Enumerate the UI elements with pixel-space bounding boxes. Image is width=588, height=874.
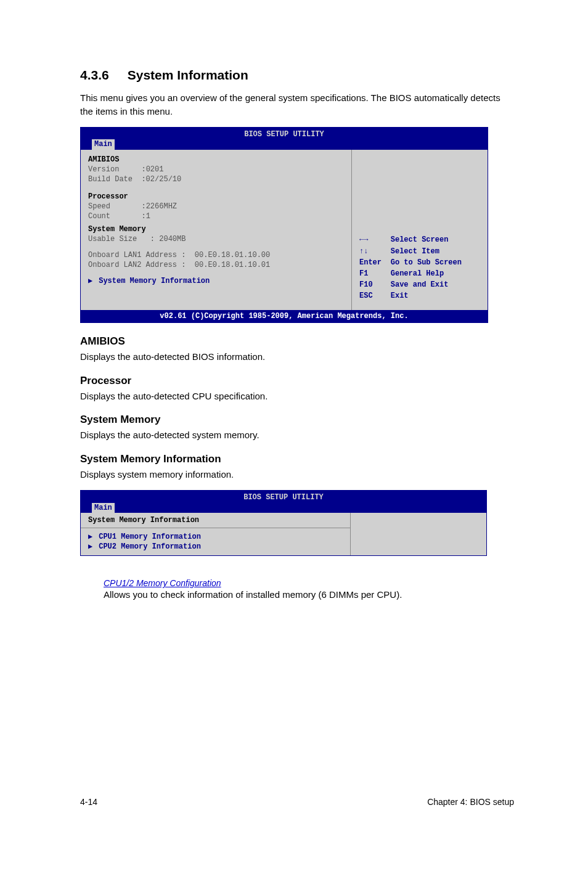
- processor-subheading: Processor: [80, 375, 514, 387]
- lan1-label: Onboard LAN1 Address :: [88, 251, 186, 259]
- build-value: :02/25/10: [141, 175, 181, 184]
- cpu-memory-config-link[interactable]: CPU1/2 Memory Configuration: [104, 578, 514, 588]
- processor-text: Displays the auto-detected CPU specifica…: [80, 390, 514, 403]
- build-label: Build Date: [88, 175, 133, 184]
- cpu2-label: CPU2 Memory Information: [99, 542, 201, 551]
- bios2-title-bar: BIOS SETUP UTILITY Main: [81, 491, 486, 513]
- sysmem-text: Displays the auto-detected system memory…: [80, 428, 514, 442]
- submenu-system-memory-info: ▶ System Memory Information: [88, 276, 344, 286]
- speed-label: Speed: [88, 202, 110, 211]
- bios-title-bar: BIOS SETUP UTILITY Main: [81, 128, 488, 150]
- help-f1-key: F1: [359, 269, 390, 279]
- help-f1: General Help: [391, 269, 480, 279]
- version-value: :0201: [141, 165, 163, 174]
- sysmem-heading: System Memory: [88, 225, 146, 234]
- help-f10: Save and Exit: [391, 280, 480, 290]
- section-title-text: System Information: [128, 68, 248, 82]
- speed-value: :2266MHZ: [141, 202, 177, 211]
- bios-main-tab: Main: [92, 139, 115, 149]
- help-selectscreen-key: ←→: [359, 235, 390, 245]
- bios2-title: BIOS SETUP UTILITY: [81, 492, 486, 502]
- processor-heading: Processor: [88, 192, 128, 201]
- bios-left-pane: AMIBIOS Version :0201 Build Date :02/25/…: [81, 150, 352, 310]
- help-esc: Exit: [391, 291, 480, 301]
- page-number: 4-14: [80, 797, 97, 807]
- bios-help-pane: ←→Select Screen ↑↓Select Item EnterGo to…: [352, 150, 488, 310]
- help-selectscreen: Select Screen: [391, 235, 480, 245]
- bios-screenshot-sysmeminfo: BIOS SETUP UTILITY Main System Memory In…: [80, 490, 487, 557]
- submenu-label: System Memory Information: [99, 277, 210, 285]
- help-f10-key: F10: [359, 280, 390, 290]
- usable-label: Usable Size: [88, 235, 137, 243]
- version-label: Version: [88, 165, 119, 174]
- lan2-value: 00.E0.18.01.10.01: [195, 261, 270, 269]
- cpu1-label: CPU1 Memory Information: [99, 533, 201, 541]
- section-intro: This menu gives you an overview of the g…: [80, 91, 514, 118]
- help-enter-key: Enter: [359, 258, 390, 268]
- lan1-value: 00.E0.18.01.10.00: [195, 251, 270, 259]
- lan2-label: Onboard LAN2 Address :: [88, 261, 186, 269]
- bios-screenshot-main: BIOS SETUP UTILITY Main AMIBIOS Version …: [80, 127, 488, 323]
- amibios-subheading: AMIBIOS: [80, 335, 514, 348]
- help-selectitem: Select Item: [391, 247, 480, 256]
- cpu-memory-config-desc: Allows you to check information of insta…: [104, 589, 514, 600]
- usable-value: : 2040MB: [150, 235, 186, 243]
- bios2-heading: System Memory Information: [81, 513, 350, 528]
- bios-title: BIOS SETUP UTILITY: [81, 129, 488, 139]
- help-selectitem-key: ↑↓: [359, 247, 390, 256]
- section-number: 4.3.6: [80, 68, 109, 83]
- help-enter: Go to Sub Screen: [391, 258, 480, 268]
- count-value: :1: [141, 212, 150, 221]
- section-heading: 4.3.6System Information: [80, 68, 514, 83]
- sysmem-subheading: System Memory: [80, 414, 514, 426]
- help-esc-key: ESC: [359, 291, 390, 301]
- chapter-label: Chapter 4: BIOS setup: [427, 797, 514, 807]
- sysmeminfo-subheading: System Memory Information: [80, 453, 514, 465]
- cpu2-memory-info: ▶ CPU2 Memory Information: [88, 542, 343, 552]
- triangle-icon: ▶: [88, 542, 94, 552]
- torn-edge-decoration: [80, 556, 487, 570]
- bios2-main-tab: Main: [92, 503, 115, 513]
- triangle-icon: ▶: [88, 532, 94, 542]
- bios-footer: v02.61 (C)Copyright 1985-2009, American …: [81, 310, 488, 322]
- amibios-heading: AMIBIOS: [88, 155, 119, 164]
- triangle-icon: ▶: [88, 276, 94, 286]
- sysmeminfo-text: Displays system memory information.: [80, 468, 514, 481]
- cpu1-memory-info: ▶ CPU1 Memory Information: [88, 532, 343, 542]
- amibios-text: Displays the auto-detected BIOS informat…: [80, 350, 514, 364]
- count-label: Count: [88, 212, 110, 221]
